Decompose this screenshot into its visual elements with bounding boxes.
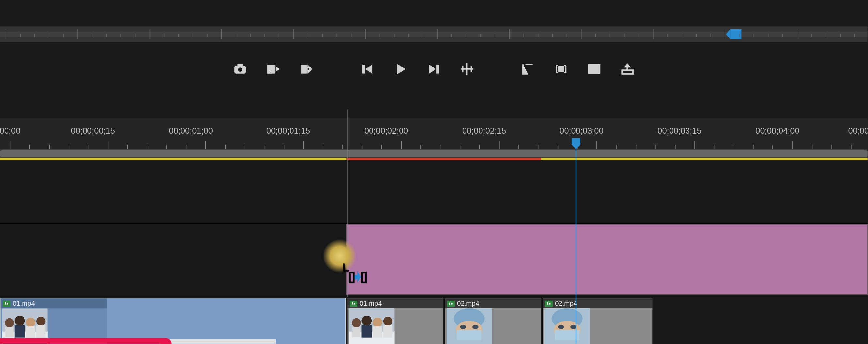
fx-badge: fx bbox=[3, 300, 10, 307]
play-button[interactable] bbox=[392, 61, 409, 77]
adjustment-clip[interactable] bbox=[346, 224, 868, 295]
ruler-label: 00;00;01;15 bbox=[267, 126, 310, 135]
clip-name-label: 01.mp4 bbox=[13, 300, 35, 308]
clip-name-label: 02.mp4 bbox=[555, 300, 577, 308]
timeline-zoom-scrollbar[interactable] bbox=[0, 149, 868, 158]
ruler-label: 00;00;01;00 bbox=[169, 126, 213, 135]
lift-button[interactable] bbox=[553, 61, 569, 77]
edit-point-indicator bbox=[347, 109, 348, 297]
video-clip[interactable]: fx01.mp4 bbox=[347, 298, 443, 344]
ruler-label: 00;00;04;00 bbox=[755, 126, 799, 135]
video-clip[interactable]: fx02.mp4 bbox=[542, 298, 653, 344]
playhead[interactable] bbox=[576, 139, 577, 344]
export-frame-button[interactable] bbox=[232, 61, 248, 77]
video-clip[interactable]: fx02.mp4 bbox=[444, 298, 541, 344]
svg-point-2 bbox=[238, 67, 243, 72]
insert-button[interactable] bbox=[265, 61, 282, 77]
svg-rect-8 bbox=[363, 65, 365, 73]
add-marker-button[interactable] bbox=[459, 61, 475, 77]
video-progress-remainder bbox=[166, 339, 276, 344]
step-back-button[interactable] bbox=[359, 61, 376, 77]
svg-rect-1 bbox=[238, 64, 243, 67]
video-clip[interactable]: fx01.mp4 bbox=[0, 298, 346, 344]
svg-rect-5 bbox=[270, 65, 271, 73]
track-v2[interactable] bbox=[0, 223, 868, 295]
svg-rect-4 bbox=[269, 65, 270, 73]
step-forward-button[interactable] bbox=[425, 61, 442, 77]
fx-badge: fx bbox=[350, 300, 358, 307]
timeline-tracks[interactable]: fx01.mp4fx01.mp4fx02.mp4fx02.mp4 bbox=[0, 161, 868, 344]
ruler-label: 00;00;02;00 bbox=[364, 126, 408, 135]
svg-rect-16 bbox=[622, 70, 633, 74]
fx-badge: fx bbox=[447, 300, 455, 307]
clip-thumbnail bbox=[543, 308, 591, 344]
overwrite-button[interactable] bbox=[298, 61, 315, 77]
ruler-label: 00;00;03;00 bbox=[559, 126, 603, 135]
zoom-thumb[interactable] bbox=[0, 150, 868, 157]
transport-toolbar bbox=[0, 53, 868, 86]
ruler-label: 00;00 bbox=[0, 126, 20, 135]
track-v1[interactable]: fx01.mp4fx01.mp4fx02.mp4fx02.mp4 bbox=[0, 297, 868, 344]
svg-rect-9 bbox=[437, 65, 439, 73]
in-out-button[interactable] bbox=[520, 61, 536, 77]
export-button[interactable] bbox=[619, 61, 636, 77]
work-area-bar[interactable] bbox=[0, 158, 868, 161]
program-minimap[interactable]: /*placeholder for tick gen below*/ bbox=[0, 26, 868, 42]
timeline-ruler[interactable]: 00;0000;00;00;1500;00;01;0000;00;01;1500… bbox=[0, 118, 868, 149]
svg-rect-15 bbox=[589, 65, 600, 73]
ruler-label: 00;00;0 bbox=[848, 126, 868, 135]
svg-rect-14 bbox=[559, 67, 563, 72]
unrendered-region bbox=[346, 158, 541, 161]
fx-badge: fx bbox=[545, 300, 553, 307]
svg-rect-7 bbox=[307, 68, 309, 70]
clip-thumbnail bbox=[445, 308, 494, 344]
clip-selection-region bbox=[107, 298, 345, 344]
clip-name-label: 01.mp4 bbox=[360, 300, 382, 308]
ruler-label: 00;00;03;15 bbox=[657, 126, 701, 135]
ruler-label: 00;00;00;15 bbox=[71, 126, 115, 135]
clip-name-label: 02.mp4 bbox=[457, 300, 479, 308]
clip-thumbnail bbox=[347, 308, 396, 344]
safe-margins-button[interactable] bbox=[586, 61, 602, 77]
ruler-label: 00;00;02;15 bbox=[462, 126, 506, 135]
video-progress-bar[interactable] bbox=[0, 338, 166, 344]
svg-rect-6 bbox=[301, 65, 307, 73]
